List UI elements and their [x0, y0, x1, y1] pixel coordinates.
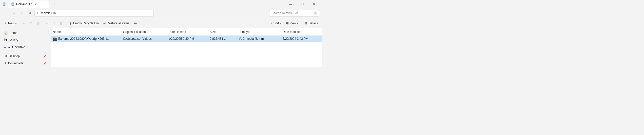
- share-button[interactable]: ↗: [51, 20, 57, 27]
- titlebar: 🗑️ 🗑️ Recycle Bin ✕ + — ❐ ✕: [0, 0, 322, 8]
- sidebar-item-home-label: Home: [9, 31, 17, 35]
- file-size-cell: 2,836,481 ...: [208, 35, 237, 42]
- file-item-type: VLC media file (.m...: [239, 37, 266, 41]
- sidebar-downloads-label: Downloads: [8, 62, 23, 65]
- file-name: Exhuma.2024.1080P.Webrip.X265.1...: [58, 37, 110, 41]
- toolbar: ＋ New ▾ ✂ ⧉ 📋 ✏ ↗ 🗑 🗑 Empty Recycle Bin …: [0, 18, 322, 28]
- copy-button[interactable]: ⧉: [28, 20, 34, 27]
- refresh-button[interactable]: ↺: [26, 10, 33, 17]
- path-separator: >: [37, 12, 39, 14]
- col-header-name[interactable]: Name: [51, 28, 121, 35]
- restore-all-button[interactable]: ↩ Restore all items: [101, 20, 131, 27]
- restore-button[interactable]: ❐: [297, 0, 308, 8]
- file-date-modified-cell: 5/20/2024 3:43 PM: [281, 35, 322, 42]
- col-header-date-modified[interactable]: Date modified: [281, 28, 322, 35]
- tab-close-button[interactable]: ✕: [34, 2, 38, 6]
- pin-icon-downloads: 📌: [43, 62, 47, 65]
- rename-button[interactable]: ✏: [43, 20, 50, 27]
- onedrive-icon: ☁: [8, 45, 11, 49]
- empty-recycle-icon: 🗑: [69, 22, 72, 25]
- sidebar-item-documents[interactable]: 📄 Documents 📌: [1, 67, 50, 67]
- file-content: Name Original Location Date Deleted Size: [51, 28, 322, 67]
- divider-3: [302, 21, 302, 26]
- new-chevron: ▾: [15, 22, 17, 25]
- copy-icon: ⧉: [30, 22, 32, 25]
- delete-icon: 🗑: [60, 22, 63, 25]
- share-icon: ↗: [53, 22, 55, 25]
- file-type-icon: 🎬: [53, 37, 57, 41]
- file-original-location-cell: C:\Users\user\Videos: [121, 35, 166, 42]
- addressbar: ← → ↑ ↺ > Recycle Bin Search Recycle Bin…: [0, 8, 322, 18]
- divider-2: [66, 21, 66, 26]
- path-location: Recycle Bin: [40, 11, 56, 15]
- sidebar-item-onedrive[interactable]: ▶ ☁ OneDrive: [1, 44, 50, 51]
- tab-icon: 🗑️: [11, 2, 15, 6]
- col-header-original-location[interactable]: Original Location: [121, 28, 166, 35]
- sidebar-item-gallery[interactable]: 🖼 Gallery: [1, 36, 50, 44]
- desktop-icon: 🖥: [4, 54, 7, 58]
- search-placeholder: Search Recycle Bin: [271, 11, 298, 15]
- downloads-icon: ⬇: [4, 62, 7, 65]
- cut-button[interactable]: ✂: [21, 20, 28, 27]
- gallery-icon: 🖼: [4, 38, 7, 42]
- sort-chevron: ▾: [280, 22, 282, 25]
- sidebar-item-desktop[interactable]: 🖥 Desktop 📌: [1, 53, 50, 60]
- new-label: New: [8, 22, 14, 25]
- view-icon: ⊞: [286, 22, 289, 25]
- file-name-cell: 🎬 Exhuma.2024.1080P.Webrip.X265.1...: [51, 35, 121, 42]
- restore-label: Restore all items: [107, 22, 129, 25]
- view-chevron: ▾: [297, 22, 299, 25]
- more-icon: •••: [134, 22, 137, 25]
- sidebar-item-home[interactable]: 🏠 Home: [1, 29, 50, 36]
- view-button[interactable]: ⊞ View ▾: [284, 20, 301, 27]
- close-button[interactable]: ✕: [308, 0, 320, 8]
- new-icon: ＋: [4, 21, 7, 25]
- cut-icon: ✂: [23, 22, 26, 25]
- address-path[interactable]: > Recycle Bin: [34, 10, 154, 17]
- sort-label: Sort: [274, 22, 279, 25]
- minimize-button[interactable]: —: [285, 0, 297, 8]
- active-tab[interactable]: 🗑️ Recycle Bin ✕: [8, 1, 49, 8]
- rename-icon: ✏: [45, 21, 48, 25]
- window-controls: — ❐ ✕: [285, 0, 320, 8]
- new-tab-button[interactable]: +: [51, 1, 58, 8]
- sort-icon: ↕: [271, 22, 272, 25]
- sidebar-item-gallery-label: Gallery: [9, 38, 18, 42]
- search-box[interactable]: Search Recycle Bin 🔍: [269, 10, 320, 17]
- sidebar: 🏠 Home 🖼 Gallery ▶ ☁ OneDrive 🖥 Desktop …: [0, 28, 51, 67]
- paste-icon: 📋: [37, 22, 41, 25]
- table-row[interactable]: 🎬 Exhuma.2024.1080P.Webrip.X265.1... C:\…: [51, 35, 322, 42]
- empty-recycle-label: Empty Recycle Bin: [73, 22, 99, 25]
- more-button[interactable]: •••: [132, 20, 139, 27]
- sort-button[interactable]: ↕ Sort ▾: [269, 20, 284, 27]
- back-button[interactable]: ←: [2, 10, 9, 17]
- paste-button[interactable]: 📋: [35, 20, 43, 27]
- file-scroll-area[interactable]: Name Original Location Date Deleted Size: [51, 28, 322, 42]
- view-label: View: [290, 22, 296, 25]
- file-original-location: C:\Users\user\Videos: [123, 37, 152, 41]
- divider-1: [20, 21, 20, 26]
- details-label: Details: [308, 22, 318, 25]
- table-header-row: Name Original Location Date Deleted Size: [51, 28, 322, 35]
- main-area: 🏠 Home 🖼 Gallery ▶ ☁ OneDrive 🖥 Desktop …: [0, 28, 322, 67]
- home-icon: 🏠: [4, 31, 8, 35]
- restore-icon: ↩: [103, 22, 106, 25]
- file-date-deleted-cell: 1/20/2025 9:30 PM: [166, 35, 208, 42]
- sidebar-item-onedrive-label: OneDrive: [12, 45, 25, 49]
- new-button[interactable]: ＋ New ▾: [2, 20, 19, 27]
- col-header-item-type[interactable]: Item type: [237, 28, 281, 35]
- details-button[interactable]: ⊟ Details: [303, 20, 320, 27]
- file-size: 2,836,481 ...: [210, 37, 227, 41]
- col-header-size[interactable]: Size: [208, 28, 237, 35]
- file-date-deleted: 1/20/2025 9:30 PM: [168, 37, 194, 41]
- sidebar-desktop-label: Desktop: [9, 54, 20, 58]
- forward-button[interactable]: →: [10, 10, 17, 17]
- empty-recycle-button[interactable]: 🗑 Empty Recycle Bin: [67, 20, 101, 27]
- file-table: Name Original Location Date Deleted Size: [51, 28, 322, 42]
- col-header-date-deleted[interactable]: Date Deleted: [166, 28, 208, 35]
- app-icon: 🗑️: [2, 2, 6, 6]
- delete-button[interactable]: 🗑: [58, 20, 65, 27]
- tab-label: Recycle Bin: [16, 2, 32, 6]
- sidebar-item-downloads[interactable]: ⬇ Downloads 📌: [1, 60, 50, 67]
- up-button[interactable]: ↑: [18, 10, 25, 17]
